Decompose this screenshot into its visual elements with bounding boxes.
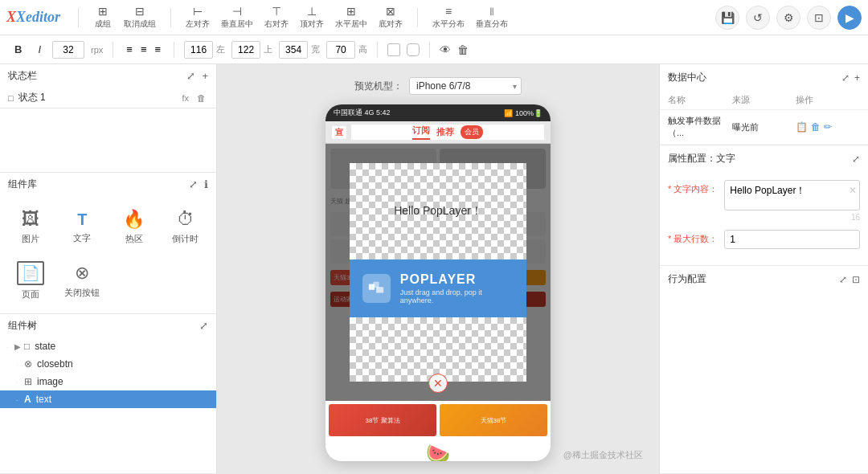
attr-config-header: 属性配置：文字 ⤢ <box>660 145 868 172</box>
copy-data-btn[interactable]: 📋 <box>796 121 808 133</box>
align-right-btn[interactable]: ⊤ 右对齐 <box>260 3 293 32</box>
comp-page[interactable]: 📄 页面 <box>6 255 55 307</box>
expand-status-icon[interactable]: ⤢ <box>186 70 195 82</box>
fx-btn[interactable]: fx <box>179 92 191 104</box>
x-coord-group: 左 <box>184 41 225 59</box>
left-panel: 状态栏 ⤢ + □ 状态 1 fx 🗑 <box>0 64 217 474</box>
edit-data-btn[interactable]: ✏ <box>824 121 832 133</box>
popup-close-btn[interactable]: ✕ <box>428 374 448 393</box>
sep-3 <box>417 8 418 27</box>
preview-model-select[interactable]: iPhone 6/7/8 iPhone X iPhone 12 <box>409 77 522 95</box>
second-toolbar: B I rpx ≡ ≡ ≡ 左 上 宽 高 👁 🗑 <box>0 35 868 64</box>
row1-name: 触发事件数据（... <box>668 115 732 139</box>
expand-tree-icon[interactable]: ⤢ <box>199 320 208 332</box>
y-input[interactable] <box>231 41 260 59</box>
align-bottom-btn[interactable]: ⊠ 底对齐 <box>374 3 407 32</box>
delete-status-btn[interactable]: 🗑 <box>194 92 208 104</box>
behavior-config-title: 行为配置 <box>668 272 706 286</box>
behavior-config-header: 行为配置 ⤢ ⊡ <box>660 266 868 292</box>
italic-btn[interactable]: I <box>33 42 46 57</box>
attr-config-section: 属性配置：文字 ⤢ 文字内容： Hello PopLayer！ ✕ 16 最大行… <box>660 145 868 266</box>
comp-closebtn[interactable]: ⊗ 关闭按钮 <box>58 255 106 307</box>
distribute-v-btn[interactable]: ⦀ 垂直分布 <box>471 3 513 32</box>
comp-hotzone[interactable]: 🔥 热区 <box>110 202 158 251</box>
info-comp-icon[interactable]: ℹ <box>204 178 208 190</box>
save-btn[interactable]: 💾 <box>715 6 739 30</box>
expand-comp-icon[interactable]: ⤢ <box>189 178 198 190</box>
group-btn[interactable]: ⊞ 成组 <box>88 3 117 32</box>
checkbox-rect[interactable] <box>387 43 400 56</box>
right-panel: 数据中心 ⤢ + 名称 来源 操作 触发事件数据（... 曝光前 📋 <box>659 64 868 474</box>
app-logo: XXeditor <box>6 9 60 26</box>
comp-countdown[interactable]: ⏱ 倒计时 <box>162 202 210 251</box>
tree-root[interactable]: · ▶ □ state <box>0 337 216 355</box>
component-tree-header: 组件树 ⤢ <box>0 314 216 337</box>
text-content-input-wrap: Hello PopLayer！ ✕ 16 <box>724 180 860 222</box>
image-comp-icon: 🖼 <box>22 209 39 230</box>
phone-carrier: 中国联通 4G 5:42 <box>334 108 391 118</box>
status-bar-section: 状态栏 ⤢ + □ 状态 1 fx 🗑 <box>0 64 216 108</box>
font-size-input[interactable] <box>52 41 84 59</box>
add-data-icon[interactable]: + <box>854 72 860 84</box>
text-align-group: ≡ ≡ ≡ <box>123 42 164 57</box>
tree-image[interactable]: · ⊞ image <box>0 373 216 390</box>
sep-1 <box>78 8 79 27</box>
align-left-btn[interactable]: ⊢ 左对齐 <box>181 3 215 32</box>
tab-dingou: 订阅 <box>412 125 430 140</box>
ungroup-btn[interactable]: ⊟ 取消成组 <box>119 3 161 32</box>
delete-btn[interactable]: 🗑 <box>457 43 469 56</box>
poplayer-sub: Just drag and drop, pop it anywhere. <box>400 288 514 304</box>
phone-row-1: 38节 聚算法 天猫38节 <box>329 404 547 436</box>
bold-btn[interactable]: B <box>10 42 27 57</box>
delete-data-btn[interactable]: 🗑 <box>811 121 821 133</box>
preview-label: 预览机型： <box>354 80 403 93</box>
sep-2 <box>170 8 171 27</box>
group-tools: ⊞ 成组 ⊟ 取消成组 <box>84 3 166 32</box>
text-align-center[interactable]: ≡ <box>137 42 150 57</box>
image-icon: ⊞ <box>24 376 32 387</box>
h-input[interactable] <box>326 41 355 59</box>
align-vcenter-btn[interactable]: ⊣ 垂直居中 <box>216 3 258 32</box>
add-status-icon[interactable]: + <box>202 70 208 82</box>
settings-btn[interactable]: ⚙ <box>776 6 800 30</box>
svg-rect-1 <box>376 287 383 292</box>
x-input[interactable] <box>184 41 213 59</box>
rounded-rect[interactable] <box>407 43 420 56</box>
text-align-left[interactable]: ≡ <box>123 42 136 57</box>
expand-data-icon[interactable]: ⤢ <box>841 72 850 84</box>
max-lines-input[interactable] <box>724 230 860 249</box>
poplayer-brand-bar: POPLAYER Just drag and drop, pop it anyw… <box>350 259 526 317</box>
publish-btn[interactable]: ▶ <box>837 6 862 30</box>
x-label: 左 <box>216 43 225 55</box>
phone-mockup: 中国联通 4G 5:42 📶 100%🔋 宣 订阅 推荐 会员 <box>326 104 551 461</box>
comp-text[interactable]: T 文字 <box>58 202 106 251</box>
align-top-btn[interactable]: ⊥ 顶对齐 <box>295 3 329 32</box>
distribute-h-btn[interactable]: ≡ 水平分布 <box>428 3 469 32</box>
h-coord-group: 高 <box>326 41 367 59</box>
align-hcenter-btn[interactable]: ⊞ 水平居中 <box>330 3 372 32</box>
data-table: 名称 来源 操作 触发事件数据（... 曝光前 📋 🗑 ✏ <box>660 91 868 145</box>
expand-behavior-icon[interactable]: ⤢ <box>839 274 847 285</box>
share-btn[interactable]: ⊡ <box>807 6 831 30</box>
tree-text[interactable]: · A text <box>0 390 216 408</box>
max-lines-row: 最大行数： <box>668 230 860 249</box>
phone-page-bg: 天猫 超值好物 天天直播间 天猫38节 38节 淘宝直播 运动家居抢先购 <box>326 144 551 401</box>
expand-attr-icon[interactable]: ⤢ <box>852 153 860 165</box>
distribute-tools: ≡ 水平分布 ⦀ 垂直分布 <box>423 3 518 32</box>
popup-text: Hello PopLayer！ <box>394 204 482 219</box>
phone-nav: 宣 订阅 推荐 会员 <box>326 121 551 144</box>
row1-actions: 📋 🗑 ✏ <box>796 121 860 133</box>
closebtn-comp-icon: ⊗ <box>75 263 89 284</box>
phone-battery: 📶 100%🔋 <box>504 109 542 117</box>
text-content-input[interactable]: Hello PopLayer！ <box>724 180 860 210</box>
page-comp-icon: 📄 <box>17 261 44 285</box>
text-align-right[interactable]: ≡ <box>151 42 164 57</box>
tree-closebtn[interactable]: · ⊗ closebtn <box>0 355 216 373</box>
clear-text-btn[interactable]: ✕ <box>849 185 857 196</box>
visibility-btn[interactable]: 👁 <box>440 43 451 56</box>
comp-image[interactable]: 🖼 图片 <box>6 202 55 251</box>
align-tools: ⊢ 左对齐 ⊣ 垂直居中 ⊤ 右对齐 ⊥ 顶对齐 ⊞ 水平居中 ⊠ 底对齐 <box>176 3 412 32</box>
refresh-btn[interactable]: ↺ <box>746 6 770 30</box>
w-input[interactable] <box>279 41 308 59</box>
open-behavior-icon[interactable]: ⊡ <box>852 274 860 285</box>
